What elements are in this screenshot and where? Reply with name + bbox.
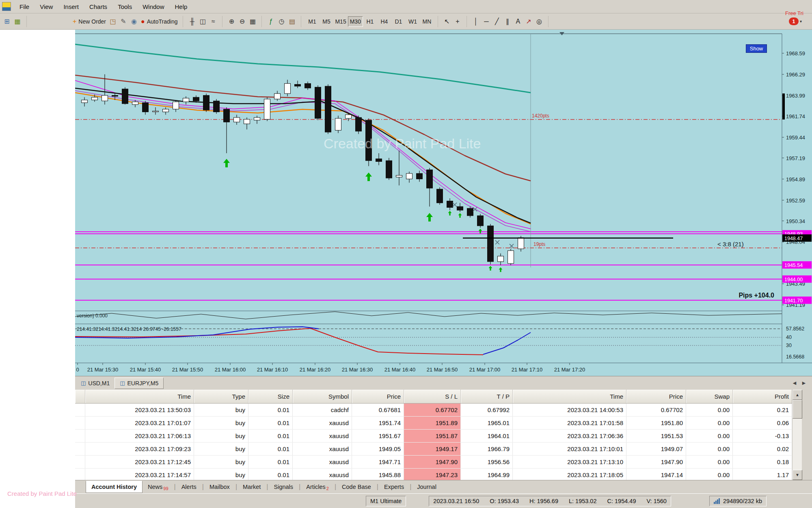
channel-button[interactable]: ∥: [502, 16, 513, 27]
arrows-button[interactable]: ↗: [523, 16, 534, 27]
scroll-down-button[interactable]: ▼: [793, 470, 802, 480]
autotrading-button[interactable]: ●AutoTrading: [139, 16, 179, 27]
column-header-swap[interactable]: Swap: [686, 390, 733, 403]
notifications-button[interactable]: 1: [789, 17, 799, 25]
chart-tab-eurjpy-m5[interactable]: ◫EURJPY,M5: [114, 378, 164, 389]
column-header-size[interactable]: Size: [248, 390, 293, 403]
cell: 1947.23: [404, 469, 461, 480]
terminal-tab-account-history[interactable]: Account History: [86, 481, 143, 493]
cell: 1945.88: [352, 469, 404, 480]
svg-text:30: 30: [786, 343, 792, 348]
sound-button[interactable]: ◉: [129, 16, 139, 27]
history-row[interactable]: 2023.03.21 17:06:13buy0.01xauusd1951.671…: [75, 430, 792, 443]
new-order-button[interactable]: +New Order: [71, 16, 108, 27]
zoom-out-button[interactable]: ⊖: [237, 16, 247, 27]
indicators-button[interactable]: ƒ: [266, 16, 276, 27]
history-row[interactable]: 2023.03.21 17:14:57buy0.01xauusd1945.881…: [75, 469, 792, 480]
chart-area[interactable]: 1420pts19pts< 3:8 (21)Pips +104.0Created…: [75, 30, 812, 376]
script-button[interactable]: ✎: [118, 16, 129, 27]
show-button[interactable]: Show: [746, 44, 767, 53]
cursor-button[interactable]: ↖: [442, 16, 452, 27]
toolbar-group: +New Order◳✎◉●AutoTrading: [71, 16, 183, 27]
column-header-price[interactable]: Price: [352, 390, 404, 403]
terminal-tab-experts[interactable]: Experts: [379, 481, 409, 493]
candlestick-chart-button[interactable]: ◫: [197, 16, 208, 27]
history-row[interactable]: 2023.03.21 17:12:45buy0.01xauusd1947.711…: [75, 456, 792, 469]
timeframe-m5[interactable]: M5: [319, 16, 333, 27]
menu-tools[interactable]: Tools: [112, 1, 137, 13]
svg-text:1948.47: 1948.47: [784, 236, 803, 241]
tile-windows-icon: ▦: [250, 18, 256, 25]
table-header-row: TimeTypeSizeSymbolPriceS / LT / PTimePri…: [75, 390, 792, 404]
tile-windows-button[interactable]: ▦: [247, 16, 258, 27]
menu-window[interactable]: Window: [137, 1, 169, 13]
column-header-symbol[interactable]: Symbol: [293, 390, 352, 403]
terminal-tab-journal[interactable]: Journal: [412, 481, 442, 493]
tab-scroll-left-button[interactable]: ◀: [790, 379, 799, 387]
timeframe-m15[interactable]: M15: [333, 16, 348, 27]
terminal-tab-articles[interactable]: Articles2: [301, 481, 334, 493]
status-ohlcv: 2023.03.21 16:50O: 1953.43H: 1956.69L: 1…: [429, 496, 671, 506]
zoom-in-button[interactable]: ⊕: [226, 16, 237, 27]
notifications-caret-icon[interactable]: ▾: [800, 19, 802, 24]
text-button[interactable]: A: [513, 16, 523, 27]
terminal-tab-label: Experts: [384, 484, 404, 490]
svg-text:1950.34: 1950.34: [786, 218, 805, 224]
terminal-tab-alerts[interactable]: Alerts: [176, 481, 202, 493]
menu-view[interactable]: View: [35, 1, 58, 13]
timeframe-m1[interactable]: M1: [305, 16, 319, 27]
timeframe-mn[interactable]: MN: [420, 16, 434, 27]
search-button[interactable]: ◎: [534, 16, 544, 27]
terminal-tab-mailbox[interactable]: Mailbox: [204, 481, 235, 493]
vertical-line-button[interactable]: │: [471, 16, 481, 27]
terminal-tab-label: Signals: [274, 484, 294, 490]
cell: 1964.01: [461, 430, 513, 442]
bar-chart-button[interactable]: ╫: [187, 16, 197, 27]
cell: 2023.03.21 17:01:58: [513, 417, 626, 429]
line-chart-button[interactable]: ≈: [208, 16, 218, 27]
chart-tab-usd-m1[interactable]: ◫USD,M1: [76, 378, 114, 389]
chart-profiles-button[interactable]: ▦: [12, 16, 23, 27]
period-button[interactable]: ◷: [276, 16, 287, 27]
column-header-s-l[interactable]: S / L: [404, 390, 461, 403]
history-row[interactable]: 2023.03.21 17:09:23buy0.01xauusd1949.051…: [75, 443, 792, 456]
chart-canvas[interactable]: 1420pts19pts< 3:8 (21)Pips +104.0Created…: [75, 30, 812, 376]
trendline-button[interactable]: ╱: [492, 16, 502, 27]
tab-scroll-right-button[interactable]: ▶: [800, 379, 808, 387]
terminal-tab-code-base[interactable]: Code Base: [337, 481, 376, 493]
column-header-time[interactable]: Time: [85, 390, 194, 403]
history-row[interactable]: 2023.03.21 13:50:03buy0.01cadchf0.676810…: [75, 404, 792, 417]
templates-button[interactable]: ▤: [287, 16, 297, 27]
svg-text:Created by Paint Pad Lite: Created by Paint Pad Lite: [324, 136, 481, 151]
new-chart-button[interactable]: ⊞: [2, 16, 12, 27]
horizontal-line-button[interactable]: ─: [481, 16, 492, 27]
cell: 2023.03.21 13:50:03: [85, 404, 194, 416]
stamp-button[interactable]: ◳: [108, 16, 118, 27]
timeframe-h4[interactable]: H4: [377, 16, 391, 27]
scroll-up-button[interactable]: ▲: [793, 390, 802, 400]
timeframe-w1[interactable]: W1: [406, 16, 420, 27]
scroll-thumb[interactable]: [793, 400, 802, 419]
table-scrollbar[interactable]: ▲ ▼: [792, 390, 802, 480]
terminal-tab-news[interactable]: News99: [143, 481, 174, 493]
menu-file[interactable]: File: [14, 1, 35, 13]
history-row[interactable]: 2023.03.21 17:01:07buy0.01xauusd1951.741…: [75, 417, 792, 430]
column-header-marker[interactable]: [75, 390, 85, 403]
timeframe-d1[interactable]: D1: [391, 16, 406, 27]
column-header-time[interactable]: Time: [513, 390, 626, 403]
column-header-price[interactable]: Price: [626, 390, 686, 403]
column-header-profit[interactable]: Profit: [733, 390, 792, 403]
menu-charts[interactable]: Charts: [84, 1, 112, 13]
timeframe-h1[interactable]: H1: [363, 16, 377, 27]
terminal-tab-market[interactable]: Market: [238, 481, 266, 493]
cell: 1966.79: [461, 443, 513, 455]
terminal-tab-signals[interactable]: Signals: [269, 481, 299, 493]
cell: xauusd: [293, 443, 352, 455]
column-header-type[interactable]: Type: [194, 390, 248, 403]
crosshair-button[interactable]: +: [452, 16, 463, 27]
timeframe-m30[interactable]: M30: [348, 16, 363, 27]
chart-profiles-icon: ▦: [14, 18, 20, 25]
menu-help[interactable]: Help: [170, 1, 193, 13]
menu-insert[interactable]: Insert: [58, 1, 84, 13]
column-header-t-p[interactable]: T / P: [461, 390, 513, 403]
